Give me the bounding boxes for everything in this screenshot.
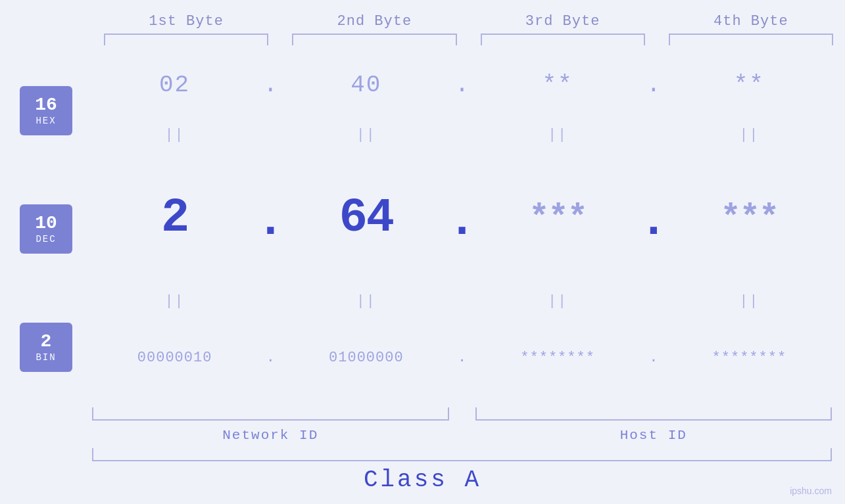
top-brackets <box>0 34 845 45</box>
dec-val4: *** <box>721 199 779 238</box>
hex-dot2: . <box>449 72 475 99</box>
dec-row: 2 . 64 . *** . *** <box>92 145 832 292</box>
bin-label: BIN <box>36 352 56 363</box>
bracket-4 <box>669 34 833 45</box>
dec-dot1: . <box>257 198 283 239</box>
hex-val1: 02 <box>159 72 190 99</box>
bin-dot3: . <box>640 350 667 366</box>
hex-val3: ** <box>543 72 573 99</box>
dec-val3: *** <box>529 199 587 238</box>
eq2-1: || <box>92 292 257 311</box>
bracket-1 <box>104 34 268 45</box>
id-labels-row: Network ID Host ID <box>92 424 832 446</box>
network-bracket <box>92 407 449 421</box>
content-area: 16 HEX 10 DEC 2 BIN 02 . <box>0 45 845 446</box>
network-id-text: Network ID <box>222 428 318 443</box>
eq1-4: || <box>667 126 832 145</box>
byte4-header: 4th Byte <box>657 13 845 30</box>
values-area: 02 . 40 . ** . ** <box>92 45 845 446</box>
hex-dot3: . <box>640 72 667 99</box>
dec-col2: 64 <box>283 191 448 245</box>
host-id-text: Host ID <box>620 428 687 443</box>
bin-col4: ******** <box>667 350 832 366</box>
network-id-label: Network ID <box>92 428 449 443</box>
dec-dot2: . <box>449 198 475 239</box>
bin-val4: ******** <box>712 350 787 366</box>
base-labels: 16 HEX 10 DEC 2 BIN <box>0 45 92 446</box>
dec-badge: 10 DEC <box>20 204 72 254</box>
byte2-header: 2nd Byte <box>280 13 468 30</box>
bin-dot2: . <box>449 350 475 366</box>
bin-col3: ******** <box>475 350 640 366</box>
equals-row-1: || || || || <box>92 126 832 145</box>
hex-dot1: . <box>257 72 283 99</box>
bin-col1: 00000010 <box>92 350 257 366</box>
eq2-4: || <box>667 292 832 311</box>
hex-val2: 40 <box>350 72 381 99</box>
hex-col1: 02 <box>92 72 257 99</box>
equals-row-2: || || || || <box>92 292 832 311</box>
hex-val4: ** <box>734 72 765 99</box>
bin-val3: ******** <box>520 350 595 366</box>
bin-dot1: . <box>257 350 283 366</box>
bottom-section: Network ID Host ID <box>92 407 832 446</box>
dec-col4: *** <box>667 199 832 238</box>
bin-val2: 01000000 <box>329 350 404 366</box>
dec-label: DEC <box>36 234 56 244</box>
dec-col1: 2 <box>92 191 257 245</box>
dec-dot3: . <box>640 198 667 239</box>
host-bracket <box>475 407 833 421</box>
dec-col3: *** <box>475 199 640 238</box>
eq2-2: || <box>283 292 448 311</box>
hex-row: 02 . 40 . ** . ** <box>92 45 832 126</box>
hex-col4: ** <box>667 72 832 99</box>
eq2-3: || <box>475 292 640 311</box>
dec-val2: 64 <box>339 191 393 245</box>
dec-number: 10 <box>35 214 57 234</box>
class-label: Class A <box>0 467 845 504</box>
bracket-2 <box>292 34 456 45</box>
host-id-label: Host ID <box>475 428 833 443</box>
eq1-2: || <box>283 126 448 145</box>
byte3-header: 3rd Byte <box>469 13 657 30</box>
bracket-3 <box>481 34 645 45</box>
hex-col2: 40 <box>283 72 448 99</box>
hex-badge: 16 HEX <box>20 86 72 135</box>
bin-val1: 00000010 <box>137 350 212 366</box>
eq1-3: || <box>475 126 640 145</box>
byte1-header: 1st Byte <box>92 13 280 30</box>
bin-badge: 2 BIN <box>20 323 72 372</box>
bin-row: 00000010 . 01000000 . ******** . <box>92 311 832 405</box>
hex-col3: ** <box>475 72 640 99</box>
eq1-1: || <box>92 126 257 145</box>
class-bracket <box>92 448 832 461</box>
hex-label: HEX <box>36 116 56 126</box>
bin-number: 2 <box>41 332 52 352</box>
bottom-bracket-row <box>92 407 832 421</box>
bin-col2: 01000000 <box>283 350 448 366</box>
watermark: ipshu.com <box>790 486 832 496</box>
main-container: 1st Byte 2nd Byte 3rd Byte 4th Byte 16 H… <box>0 0 845 504</box>
dec-val1: 2 <box>161 191 188 245</box>
hex-number: 16 <box>35 95 57 116</box>
class-bracket-wrapper <box>0 448 845 461</box>
byte-headers: 1st Byte 2nd Byte 3rd Byte 4th Byte <box>0 13 845 30</box>
